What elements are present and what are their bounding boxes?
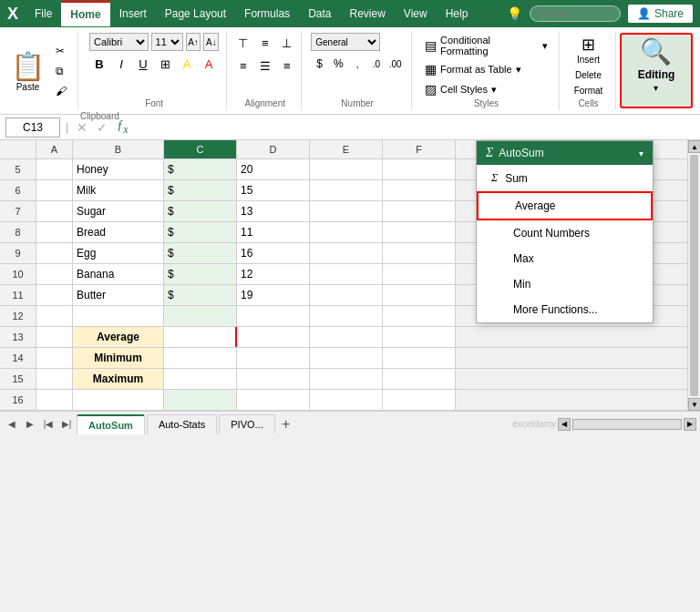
cell[interactable]: [36, 369, 73, 389]
col-header-b[interactable]: B: [73, 140, 164, 158]
cell[interactable]: [383, 306, 456, 326]
align-top-button[interactable]: ⊤: [233, 33, 253, 53]
cell[interactable]: [164, 306, 237, 326]
thousands-button[interactable]: ,: [349, 54, 366, 74]
conditional-formatting-button[interactable]: ▤ Conditional Formatting ▾: [421, 33, 551, 58]
cell[interactable]: [383, 285, 456, 305]
cell[interactable]: [237, 327, 310, 347]
align-bottom-button[interactable]: ⊥: [277, 33, 297, 53]
align-middle-button[interactable]: ≡: [255, 33, 275, 53]
copy-button[interactable]: ⧉: [52, 63, 70, 79]
col-header-f[interactable]: F: [383, 140, 456, 158]
cell[interactable]: [383, 159, 456, 179]
menu-insert[interactable]: Insert: [110, 2, 156, 26]
menu-formulas[interactable]: Formulas: [235, 2, 299, 26]
col-header-a[interactable]: A: [36, 140, 73, 158]
col-header-c[interactable]: C: [164, 140, 237, 158]
tab-nav-next[interactable]: ▶: [22, 416, 38, 433]
cell[interactable]: [237, 306, 310, 326]
cell[interactable]: Honey: [73, 159, 164, 179]
cell[interactable]: [383, 348, 456, 368]
cell[interactable]: [164, 369, 237, 389]
scroll-down-button[interactable]: ▼: [688, 398, 700, 411]
number-format-select[interactable]: General: [311, 33, 380, 51]
cell[interactable]: [310, 369, 383, 389]
cell[interactable]: [36, 222, 73, 242]
font-family-select[interactable]: Calibri: [89, 33, 149, 51]
cell[interactable]: Egg: [73, 243, 164, 263]
cell[interactable]: Sugar: [73, 201, 164, 221]
formula-input[interactable]: [134, 117, 695, 138]
cell[interactable]: [164, 327, 237, 347]
dropdown-item-max[interactable]: Max: [477, 246, 653, 271]
cell[interactable]: [310, 222, 383, 242]
cell[interactable]: $: [164, 285, 237, 305]
cell[interactable]: [310, 180, 383, 200]
dropdown-item-more-functions[interactable]: More Functions...: [477, 297, 653, 322]
col-header-e[interactable]: E: [310, 140, 383, 158]
cell[interactable]: 19: [237, 285, 310, 305]
share-button[interactable]: 👤 Share: [628, 5, 693, 23]
autosum-dropdown-header[interactable]: Σ AutoSum ▾: [477, 141, 653, 165]
sheet-tab-pivo[interactable]: PIVO...: [219, 414, 274, 434]
cell[interactable]: [36, 159, 73, 179]
paste-button[interactable]: 📋 Paste: [5, 46, 50, 96]
underline-button[interactable]: U: [133, 54, 153, 74]
horizontal-scroll-left[interactable]: ◀: [558, 418, 571, 431]
italic-button[interactable]: I: [111, 54, 131, 74]
sheet-tab-autosum[interactable]: AutoSum: [77, 414, 145, 434]
cell-reference-box[interactable]: [5, 117, 60, 138]
col-header-d[interactable]: D: [237, 140, 310, 158]
cell[interactable]: [310, 306, 383, 326]
cell[interactable]: $: [164, 243, 237, 263]
menu-help[interactable]: Help: [437, 2, 478, 26]
dropdown-item-sum[interactable]: Σ Sum: [477, 165, 653, 191]
cell[interactable]: [383, 180, 456, 200]
menu-data[interactable]: Data: [299, 2, 340, 26]
cell[interactable]: [36, 243, 73, 263]
cell[interactable]: [310, 264, 383, 284]
decrease-font-button[interactable]: A↓: [203, 33, 219, 51]
tab-nav-last[interactable]: ▶|: [58, 416, 75, 433]
percent-button[interactable]: %: [330, 54, 347, 74]
vertical-scrollbar[interactable]: ▲ ▼: [687, 140, 700, 411]
cancel-formula-icon[interactable]: ✕: [74, 120, 90, 135]
cell[interactable]: Butter: [73, 285, 164, 305]
font-size-select[interactable]: 11: [151, 33, 183, 51]
cell[interactable]: [383, 264, 456, 284]
sheet-tab-auto-stats[interactable]: Auto-Stats: [147, 414, 217, 434]
cell[interactable]: Bread: [73, 222, 164, 242]
cell[interactable]: [36, 306, 73, 326]
delete-cells-button[interactable]: Delete: [571, 68, 605, 82]
horizontal-scrollbar[interactable]: [572, 419, 682, 430]
dropdown-item-min[interactable]: Min: [477, 271, 653, 297]
cell[interactable]: $: [164, 201, 237, 221]
cell[interactable]: 20: [237, 159, 310, 179]
decrease-decimal-button[interactable]: .00: [386, 54, 404, 74]
cell[interactable]: [36, 327, 73, 347]
bold-button[interactable]: B: [89, 54, 109, 74]
tell-me-input[interactable]: [530, 5, 621, 22]
horizontal-scroll-right[interactable]: ▶: [684, 418, 696, 431]
cell[interactable]: [383, 390, 456, 410]
cell[interactable]: [310, 327, 383, 347]
cell[interactable]: 13: [237, 201, 310, 221]
cell[interactable]: $: [164, 159, 237, 179]
cell[interactable]: 11: [237, 222, 310, 242]
tab-nav-prev[interactable]: ◀: [4, 416, 20, 433]
align-center-button[interactable]: ☰: [255, 56, 275, 76]
cell[interactable]: $: [164, 222, 237, 242]
cell[interactable]: [310, 285, 383, 305]
fill-color-button[interactable]: A: [177, 54, 197, 74]
cell[interactable]: [310, 348, 383, 368]
cell[interactable]: Maximum: [73, 369, 164, 389]
cell[interactable]: [383, 243, 456, 263]
font-color-button[interactable]: A: [199, 54, 219, 74]
cell[interactable]: [383, 369, 456, 389]
menu-home[interactable]: Home: [61, 1, 109, 26]
cut-button[interactable]: ✂: [52, 43, 70, 59]
cell[interactable]: Minimum: [73, 348, 164, 368]
cell[interactable]: [310, 243, 383, 263]
cell[interactable]: [36, 201, 73, 221]
cell[interactable]: [73, 390, 164, 410]
